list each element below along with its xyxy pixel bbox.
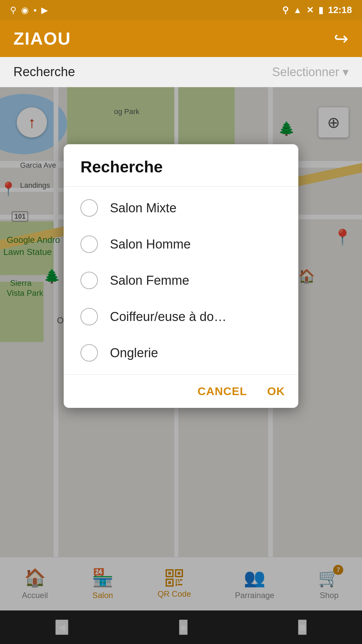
- logout-icon[interactable]: ↪: [334, 29, 349, 49]
- play-icon: ▶: [41, 5, 48, 15]
- radio-coiffeur[interactable]: [80, 308, 98, 325]
- gps-icon: ⚲: [10, 5, 16, 15]
- radio-salon-femme[interactable]: [80, 272, 98, 289]
- dropdown-label: Selectionner: [272, 65, 339, 79]
- option-label-coiffeur: Coiffeur/euse à do…: [110, 310, 227, 324]
- cancel-button[interactable]: CANCEL: [197, 385, 247, 398]
- status-bar: ⚲ ◉ ▪ ▶ ⚲ ▲ ✕ ▮ 12:18: [0, 0, 362, 20]
- battery-icon: ▮: [318, 5, 323, 15]
- time-display: 12:18: [328, 5, 352, 15]
- sd-icon: ▪: [34, 5, 37, 15]
- location-icon: ⚲: [282, 5, 289, 15]
- dialog-actions: CANCEL OK: [64, 375, 298, 408]
- radio-salon-mixte[interactable]: [80, 199, 98, 217]
- app-title: ZIAOU: [13, 29, 71, 49]
- radio-salon-homme[interactable]: [80, 235, 98, 253]
- status-bar-left-icons: ⚲ ◉ ▪ ▶: [10, 5, 48, 15]
- search-bar: Recherche Selectionner ▾: [0, 57, 362, 87]
- dialog-option-salon-mixte[interactable]: Salon Mixte: [64, 190, 298, 226]
- signal-icon: ✕: [306, 5, 314, 15]
- status-bar-right-icons: ⚲ ▲ ✕ ▮ 12:18: [282, 5, 352, 15]
- option-label-salon-mixte: Salon Mixte: [110, 201, 177, 215]
- dialog-title: Recherche: [64, 144, 298, 186]
- dialog-option-salon-femme[interactable]: Salon Femme: [64, 262, 298, 299]
- search-label: Recherche: [13, 65, 75, 79]
- wifi-icon: ▲: [293, 5, 302, 15]
- chevron-down-icon: ▾: [343, 65, 349, 79]
- search-dialog: Recherche Salon Mixte Salon Homme Salon …: [64, 144, 298, 408]
- select-dropdown[interactable]: Selectionner ▾: [272, 65, 349, 79]
- coin-icon: ◉: [21, 5, 29, 15]
- dialog-option-coiffeur[interactable]: Coiffeur/euse à do…: [64, 299, 298, 335]
- dialog-option-salon-homme[interactable]: Salon Homme: [64, 226, 298, 262]
- option-label-salon-femme: Salon Femme: [110, 273, 189, 288]
- option-label-onglerie: Onglerie: [110, 346, 158, 360]
- dialog-option-onglerie[interactable]: Onglerie: [64, 335, 298, 371]
- radio-onglerie[interactable]: [80, 344, 98, 362]
- app-header: ZIAOU ↪: [0, 20, 362, 57]
- option-label-salon-homme: Salon Homme: [110, 237, 191, 252]
- ok-button[interactable]: OK: [267, 385, 285, 398]
- dialog-options-list: Salon Mixte Salon Homme Salon Femme Coif…: [64, 186, 298, 375]
